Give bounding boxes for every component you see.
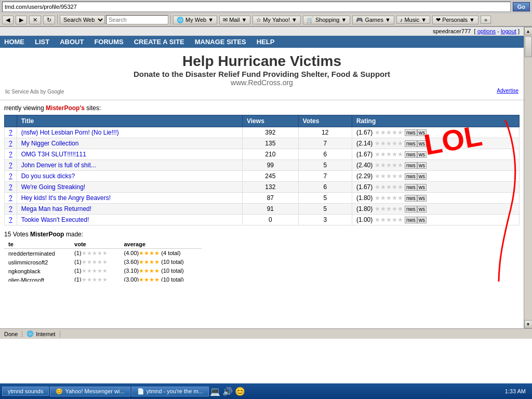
nav-help[interactable]: HELP	[257, 38, 275, 46]
row-title[interactable]: Tookie Wasn't Executed!	[17, 215, 242, 225]
nav-forums[interactable]: FORUMS	[94, 38, 123, 46]
row-views: 392	[243, 127, 299, 138]
row-question: ?	[5, 171, 17, 182]
advertise-link[interactable]: Advertise	[497, 88, 518, 94]
ws-button[interactable]: ws	[417, 173, 427, 180]
search-engine-select[interactable]: Search Web	[60, 15, 105, 24]
internet-icon: 🌐	[26, 330, 34, 337]
mail-button[interactable]: ✉ Mail ▼	[219, 16, 250, 24]
ws-button[interactable]: ws	[417, 195, 427, 202]
personals-button[interactable]: ❤ Personals ▼	[432, 16, 478, 24]
nws-button[interactable]: nws	[405, 140, 417, 147]
vote-value: (1)★★★★★	[70, 249, 119, 258]
my-yahoo-button[interactable]: ☆ My Yahoo! ▼	[252, 16, 301, 24]
vote-value: (1)★★★★★	[70, 275, 119, 282]
main-content: rrently viewing MisterPoop's sites: Titl…	[0, 100, 524, 282]
more-button[interactable]: »	[481, 16, 491, 24]
address-input[interactable]	[2, 2, 511, 12]
ws-button[interactable]: ws	[417, 184, 427, 191]
ads-note: lic Service Ads by Google	[5, 89, 64, 95]
row-votes: 5	[298, 204, 352, 215]
music-button[interactable]: ♪ Music ▼	[396, 16, 430, 24]
games-button[interactable]: 🎮 Games ▼	[352, 16, 394, 24]
search-input[interactable]	[106, 15, 168, 24]
row-title[interactable]: Do you suck dicks?	[17, 171, 242, 182]
row-votes: 5	[298, 193, 352, 204]
vote-avg: (4.00)★★★★ (4 total)	[119, 249, 202, 258]
nav-create-site[interactable]: CREATE A SITE	[134, 38, 184, 46]
back-button[interactable]: ◀	[2, 16, 14, 24]
go-button[interactable]: Go	[513, 2, 530, 11]
nav-home[interactable]: HOME	[4, 38, 24, 46]
stop-button[interactable]: ✕	[29, 16, 41, 24]
nws-button[interactable]: nws	[405, 217, 417, 223]
row-title[interactable]: (nsfw) Hot Lesbian Porn! (No Lie!!!)	[17, 127, 242, 138]
table-row[interactable]: ? Tookie Wasn't Executed! 0 3 (1.00) ★★★…	[5, 215, 520, 225]
row-question: ?	[5, 182, 17, 193]
votes-row: uslimmicrosoft2 (1)★★★★★ (3.60)★★★★ (10 …	[4, 258, 202, 267]
row-rating: (1.80) ★★★★★ nwsws	[352, 204, 519, 215]
scrollbar[interactable]: ▲ ▼	[524, 27, 532, 328]
vote-site: nredderterminated	[4, 249, 70, 258]
table-row[interactable]: ? John Denver is full of shit... 99 5 (2…	[5, 160, 520, 171]
table-row[interactable]: ? We're Going Streaking! 132 6 (1.67) ★★…	[5, 182, 520, 193]
scroll-thumb[interactable]	[525, 36, 532, 57]
ws-button[interactable]: ws	[417, 140, 427, 147]
row-rating: (1.80) ★★★★★ nwsws	[352, 193, 519, 204]
row-title[interactable]: We're Going Streaking!	[17, 182, 242, 193]
row-title[interactable]: Hey kids! It's the Angry Beavers!	[17, 193, 242, 204]
nws-button[interactable]: nws	[405, 206, 417, 212]
nws-button[interactable]: nws	[405, 162, 417, 169]
ws-button[interactable]: ws	[417, 151, 427, 158]
table-row[interactable]: ? Do you suck dicks? 245 7 (2.29) ★★★★★ …	[5, 171, 520, 182]
table-row[interactable]: ? (nsfw) Hot Lesbian Porn! (No Lie!!!) 3…	[5, 127, 520, 138]
table-row[interactable]: ? OMG T3H SLUT!!!!!111 210 6 (1.67) ★★★★…	[5, 149, 520, 160]
row-title[interactable]: OMG T3H SLUT!!!!!111	[17, 149, 242, 160]
viewing-text: rrently viewing	[4, 104, 44, 112]
row-views: 132	[243, 182, 299, 193]
forward-button[interactable]: ▶	[16, 16, 27, 24]
votes-table: te vote average nredderterminated (1)★★★…	[4, 240, 202, 282]
address-bar: Go	[0, 0, 532, 14]
row-rating: (1.67) ★★★★★ nwsws	[352, 127, 519, 138]
page-wrapper: speedracer777 [ options - logout ] HOME …	[0, 27, 532, 328]
scroll-up-button[interactable]: ▲	[524, 27, 533, 35]
vote-site: uslimmicrosoft2	[4, 258, 70, 267]
ws-button[interactable]: ws	[417, 162, 427, 169]
nav-list[interactable]: LIST	[35, 38, 49, 46]
ws-button[interactable]: ws	[417, 206, 427, 212]
browser-toolbar: ◀ ▶ ✕ ↻ Search Web 🌐 My Web ▼ ✉ Mail ▼ ☆…	[0, 14, 532, 26]
table-row[interactable]: ? My Nigger Collection 135 7 (2.14) ★★★★…	[5, 138, 520, 149]
row-views: 91	[243, 204, 299, 215]
nws-button[interactable]: nws	[405, 129, 417, 136]
viewing-label: rrently viewing MisterPoop's sites:	[4, 104, 520, 112]
shopping-button[interactable]: 🛒 Shopping ▼	[303, 16, 351, 24]
banner-url: www.RedCross.org	[5, 78, 518, 87]
row-votes: 3	[298, 215, 352, 225]
row-question: ?	[5, 149, 17, 160]
row-question: ?	[5, 193, 17, 204]
scroll-down-button[interactable]: ▼	[524, 320, 533, 328]
nav-about[interactable]: ABOUT	[60, 38, 84, 46]
table-row[interactable]: ? Mega Man has Returned! 91 5 (1.80) ★★★…	[5, 204, 520, 215]
row-title[interactable]: John Denver is full of shit...	[17, 160, 242, 171]
options-link[interactable]: options	[477, 28, 496, 34]
table-row[interactable]: ? Hey kids! It's the Angry Beavers! 87 5…	[5, 193, 520, 204]
status-bar: Done 🌐 Internet	[0, 328, 532, 339]
refresh-button[interactable]: ↻	[43, 16, 55, 24]
row-views: 135	[243, 138, 299, 149]
row-rating: (2.29) ★★★★★ nwsws	[352, 171, 519, 182]
nws-button[interactable]: nws	[405, 151, 417, 158]
nws-button[interactable]: nws	[405, 184, 417, 191]
row-title[interactable]: Mega Man has Returned!	[17, 204, 242, 215]
nws-button[interactable]: nws	[405, 173, 417, 180]
my-web-button[interactable]: 🌐 My Web ▼	[173, 16, 217, 24]
user-bar: speedracer777 [ options - logout ]	[0, 27, 524, 36]
ws-button[interactable]: ws	[417, 129, 427, 136]
ws-button[interactable]: ws	[417, 217, 427, 223]
nav-manage-sites[interactable]: MANAGE SITES	[195, 38, 246, 46]
row-title[interactable]: My Nigger Collection	[17, 138, 242, 149]
site-navigation: HOME LIST ABOUT FORUMS CREATE A SITE MAN…	[0, 36, 524, 48]
nws-button[interactable]: nws	[405, 195, 417, 202]
logout-link[interactable]: logout	[501, 28, 516, 34]
